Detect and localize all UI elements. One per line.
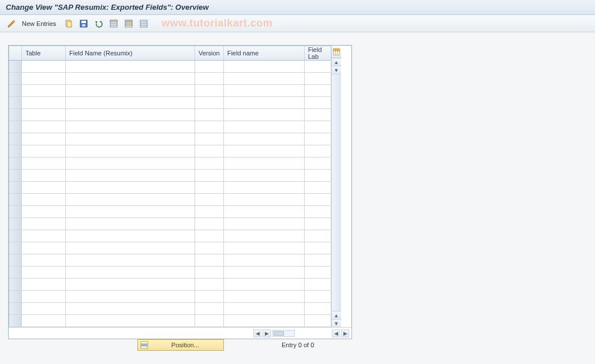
cell[interactable] bbox=[195, 291, 224, 303]
cell[interactable] bbox=[304, 157, 331, 170]
row-selector-header[interactable] bbox=[9, 46, 22, 61]
cell[interactable] bbox=[195, 85, 224, 97]
cell[interactable] bbox=[304, 230, 331, 242]
cell[interactable] bbox=[66, 170, 195, 182]
cell[interactable] bbox=[195, 97, 224, 109]
table-row[interactable] bbox=[9, 97, 331, 109]
row-selector[interactable] bbox=[9, 267, 22, 279]
cell[interactable] bbox=[66, 315, 195, 327]
copy-as-button[interactable] bbox=[63, 18, 74, 29]
cell[interactable] bbox=[66, 279, 195, 291]
delete-button[interactable] bbox=[78, 18, 89, 29]
cell[interactable] bbox=[223, 267, 304, 279]
row-selector[interactable] bbox=[9, 170, 22, 182]
cell[interactable] bbox=[223, 85, 304, 97]
cell[interactable] bbox=[304, 170, 331, 182]
cell[interactable] bbox=[223, 291, 304, 303]
cell[interactable] bbox=[66, 230, 195, 242]
row-selector[interactable] bbox=[9, 85, 22, 97]
table-row[interactable] bbox=[9, 206, 331, 218]
row-selector[interactable] bbox=[9, 182, 22, 194]
table-row[interactable] bbox=[9, 61, 331, 73]
cell[interactable] bbox=[304, 206, 331, 218]
row-selector[interactable] bbox=[9, 242, 22, 254]
cell[interactable] bbox=[223, 121, 304, 133]
cell[interactable] bbox=[223, 315, 304, 327]
table-row[interactable] bbox=[9, 194, 331, 206]
hscroll-last-button[interactable]: ▶ bbox=[341, 329, 349, 337]
cell[interactable] bbox=[304, 133, 331, 145]
cell[interactable] bbox=[195, 315, 224, 327]
cell[interactable] bbox=[195, 242, 224, 254]
new-entries-button[interactable]: New Entries bbox=[21, 20, 59, 27]
cell[interactable] bbox=[22, 303, 66, 315]
cell[interactable] bbox=[66, 254, 195, 267]
hscroll-right-button[interactable]: ▶ bbox=[263, 329, 271, 337]
cell[interactable] bbox=[195, 157, 224, 170]
cell[interactable] bbox=[22, 61, 66, 73]
scroll-page-up-button[interactable]: ▼ bbox=[332, 66, 341, 74]
cell[interactable] bbox=[304, 315, 331, 327]
cell[interactable] bbox=[66, 194, 195, 206]
cell[interactable] bbox=[22, 230, 66, 242]
cell[interactable] bbox=[22, 315, 66, 327]
cell[interactable] bbox=[22, 267, 66, 279]
row-selector[interactable] bbox=[9, 230, 22, 242]
cell[interactable] bbox=[66, 157, 195, 170]
cell[interactable] bbox=[304, 109, 331, 121]
cell[interactable] bbox=[22, 121, 66, 133]
scroll-page-down-button[interactable]: ▲ bbox=[332, 311, 341, 319]
cell[interactable] bbox=[66, 242, 195, 254]
hscroll-track[interactable] bbox=[272, 330, 295, 337]
cell[interactable] bbox=[22, 97, 66, 109]
row-selector[interactable] bbox=[9, 254, 22, 267]
col-header-field-label[interactable]: Field Lab bbox=[304, 46, 331, 61]
table-row[interactable] bbox=[9, 267, 331, 279]
cell[interactable] bbox=[304, 194, 331, 206]
cell[interactable] bbox=[304, 61, 331, 73]
table-row[interactable] bbox=[9, 303, 331, 315]
cell[interactable] bbox=[66, 291, 195, 303]
row-selector[interactable] bbox=[9, 291, 22, 303]
table-row[interactable] bbox=[9, 254, 331, 267]
cell[interactable] bbox=[304, 303, 331, 315]
table-row[interactable] bbox=[9, 315, 331, 327]
undo-button[interactable] bbox=[93, 18, 104, 29]
cell[interactable] bbox=[195, 279, 224, 291]
row-selector[interactable] bbox=[9, 157, 22, 170]
data-grid[interactable]: Table Field Name (Resumix) Version Field… bbox=[9, 46, 331, 327]
col-header-table[interactable]: Table bbox=[22, 46, 66, 61]
cell[interactable] bbox=[66, 267, 195, 279]
table-row[interactable] bbox=[9, 109, 331, 121]
deselect-all-button[interactable] bbox=[138, 18, 149, 29]
row-selector[interactable] bbox=[9, 194, 22, 206]
table-row[interactable] bbox=[9, 157, 331, 170]
row-selector[interactable] bbox=[9, 218, 22, 230]
cell[interactable] bbox=[304, 145, 331, 157]
table-settings-button[interactable] bbox=[332, 46, 341, 58]
cell[interactable] bbox=[195, 109, 224, 121]
scroll-up-button[interactable]: ▲ bbox=[332, 58, 341, 66]
hscroll-left-button[interactable]: ◀ bbox=[253, 329, 261, 337]
cell[interactable] bbox=[223, 73, 304, 85]
table-row[interactable] bbox=[9, 279, 331, 291]
row-selector[interactable] bbox=[9, 97, 22, 109]
cell[interactable] bbox=[22, 157, 66, 170]
cell[interactable] bbox=[195, 303, 224, 315]
cell[interactable] bbox=[223, 61, 304, 73]
cell[interactable] bbox=[304, 218, 331, 230]
select-block-button[interactable] bbox=[123, 18, 134, 29]
cell[interactable] bbox=[304, 279, 331, 291]
vertical-scrollbar[interactable]: ▲ ▼ ▲ ▼ bbox=[331, 46, 341, 327]
cell[interactable] bbox=[66, 85, 195, 97]
cell[interactable] bbox=[304, 85, 331, 97]
cell[interactable] bbox=[66, 73, 195, 85]
cell[interactable] bbox=[223, 206, 304, 218]
cell[interactable] bbox=[195, 254, 224, 267]
cell[interactable] bbox=[22, 109, 66, 121]
cell[interactable] bbox=[223, 230, 304, 242]
cell[interactable] bbox=[223, 145, 304, 157]
scroll-down-button[interactable]: ▼ bbox=[332, 319, 341, 327]
cell[interactable] bbox=[22, 242, 66, 254]
row-selector[interactable] bbox=[9, 206, 22, 218]
